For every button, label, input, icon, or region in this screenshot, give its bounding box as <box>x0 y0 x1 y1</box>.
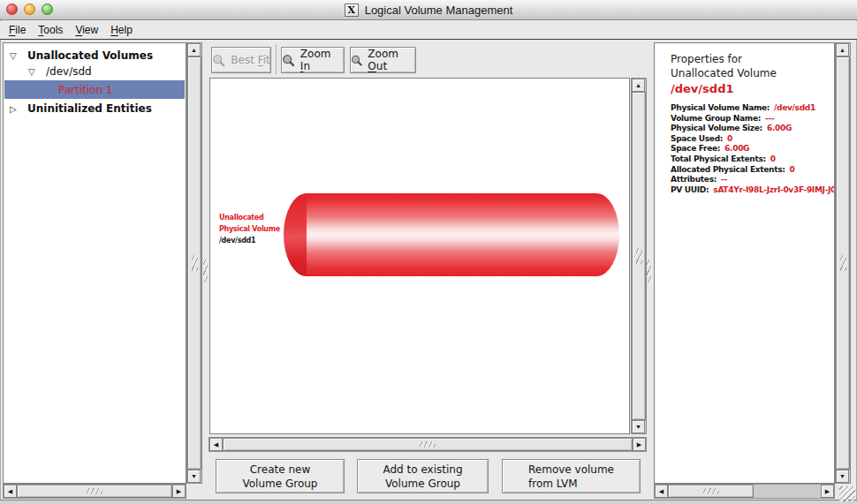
tree-item-partition-1[interactable]: Partition 1 <box>4 80 185 99</box>
property-value: 0 <box>790 165 795 174</box>
properties-horizontal-scrollbar[interactable]: ◀ ▶ <box>654 484 835 499</box>
property-row: Physical Volume Size:6.00G <box>671 124 834 134</box>
properties-device-name: /dev/sdd1 <box>671 80 834 98</box>
property-value: 6.00G <box>767 124 792 132</box>
canvas-vertical-scrollbar[interactable]: ▲ ▼ <box>631 78 647 434</box>
thumb-grip <box>192 255 198 271</box>
scroll-left-icon[interactable]: ◀ <box>209 438 223 451</box>
property-label: Total Physical Extents: <box>671 154 766 163</box>
menu-view[interactable]: View <box>69 22 104 38</box>
left-pane-splitter[interactable] <box>202 41 209 500</box>
scroll-right-icon[interactable]: ▶ <box>821 485 834 498</box>
scroll-up-icon[interactable]: ▲ <box>632 79 645 92</box>
lvm-window: X Logical Volume Management File Tools V… <box>0 0 857 504</box>
menu-help[interactable]: Help <box>104 22 139 38</box>
button-label-line2: from LVM <box>528 477 614 491</box>
button-label-line1: Add to existing <box>383 463 462 477</box>
magnifier-icon <box>351 54 362 67</box>
canvas-horizontal-scrollbar[interactable]: ◀ ▶ <box>209 437 647 452</box>
add-to-volume-group-button[interactable]: Add to existing Volume Group <box>357 459 489 493</box>
menu-tools[interactable]: Tools <box>32 22 69 38</box>
button-label: Zoom In <box>300 48 344 72</box>
right-pane-splitter[interactable] <box>646 41 653 500</box>
property-row: PV UUID:sAT4Yr-I98L-JzrI-0v3F-9IMJ-J09t-… <box>671 185 834 196</box>
property-row: Attributes:-- <box>671 175 834 185</box>
tree-item-uninitialized-entities[interactable]: ▷ Uninitialized Entities <box>4 101 185 117</box>
scroll-up-icon[interactable]: ▲ <box>836 43 849 56</box>
thumb-grip <box>703 488 719 494</box>
property-label: PV UUID: <box>671 185 709 194</box>
magnifier-icon <box>212 54 225 67</box>
property-row: Space Used:0 <box>671 134 834 145</box>
scroll-right-icon[interactable]: ▶ <box>172 485 186 498</box>
property-label: Allocated Physical Extents: <box>671 165 785 174</box>
zoom-in-button[interactable]: Zoom In <box>281 47 345 73</box>
tree-horizontal-scrollbar[interactable]: ◀ ▶ <box>3 484 186 499</box>
button-label-line1: Create new <box>243 463 318 477</box>
scrollbar-thumb[interactable] <box>668 485 754 498</box>
scroll-left-icon[interactable]: ◀ <box>655 485 668 498</box>
properties-vertical-scrollbar[interactable]: ▲ ▼ <box>835 42 851 484</box>
button-label-line1: Remove volume <box>528 463 614 477</box>
property-value: /dev/sdd1 <box>774 103 815 112</box>
x11-icon: X <box>345 4 359 17</box>
property-value: sAT4Yr-I98L-JzrI-0v3F-9IMJ-J09t-47S4 <box>713 185 835 194</box>
volume-annotation-device: /dev/sdd1 <box>219 235 280 246</box>
property-label: Volume Group Name: <box>671 114 761 123</box>
scrollbar-thumb[interactable] <box>836 56 850 470</box>
scrollbar-thumb[interactable] <box>187 56 201 470</box>
magnifier-icon <box>282 54 295 67</box>
properties-header-line1: Properties for <box>671 52 834 66</box>
tree-label: Unallocated Volumes <box>27 49 153 62</box>
zoom-out-button[interactable]: Zoom Out <box>350 47 416 73</box>
scrollbar-thumb[interactable] <box>632 92 646 420</box>
property-label: Space Free: <box>671 144 720 153</box>
menu-file[interactable]: File <box>3 22 32 38</box>
window-title: Logical Volume Management <box>365 4 513 17</box>
tree-label: Uninitialized Entities <box>27 102 152 115</box>
property-row: Physical Volume Name:/dev/sdd1 <box>671 103 834 114</box>
expander-open-icon[interactable]: ▽ <box>28 67 46 77</box>
window-bottom-edge <box>0 500 857 504</box>
splitter-grip <box>203 260 208 282</box>
scroll-down-icon[interactable]: ▼ <box>187 470 201 483</box>
scroll-down-icon[interactable]: ▼ <box>836 470 849 483</box>
create-volume-group-button[interactable]: Create new Volume Group <box>216 459 345 493</box>
thumb-grip <box>636 248 642 264</box>
property-value: 0 <box>727 134 732 143</box>
button-label-line2: Volume Group <box>243 477 318 491</box>
volume-annotation: Unallocated Physical Volume /dev/sdd1 <box>219 212 280 246</box>
scrollbar-thumb[interactable] <box>17 485 172 498</box>
expander-closed-icon[interactable]: ▷ <box>10 104 27 114</box>
property-value: --- <box>765 114 774 123</box>
resize-grip-icon[interactable] <box>839 486 855 501</box>
tree-label: /dev/sdd <box>46 65 92 78</box>
tree-item-unallocated-volumes[interactable]: ▽ Unallocated Volumes <box>4 48 185 64</box>
scroll-up-icon[interactable]: ▲ <box>187 43 201 56</box>
property-label: Physical Volume Name: <box>671 103 770 112</box>
volume-annotation-line1: Unallocated <box>219 212 280 223</box>
properties-list: Physical Volume Name:/dev/sdd1 Volume Gr… <box>671 103 834 195</box>
button-label: Best Fit <box>231 54 269 66</box>
property-value: 6.00G <box>724 144 749 153</box>
property-row: Volume Group Name:--- <box>671 114 834 124</box>
scrollbar-thumb[interactable] <box>223 438 633 451</box>
tree-label: Partition 1 <box>58 84 112 96</box>
button-label-line2: Volume Group <box>383 477 462 491</box>
expander-open-icon[interactable]: ▽ <box>10 51 27 61</box>
button-label: Zoom Out <box>368 48 415 72</box>
scroll-left-icon[interactable]: ◀ <box>4 485 17 498</box>
cylinder-body <box>307 193 619 276</box>
property-value: -- <box>721 175 727 184</box>
volume-canvas: Unallocated Physical Volume /dev/sdd1 <box>209 78 630 434</box>
best-fit-button[interactable]: Best Fit <box>211 47 271 73</box>
property-row: Allocated Physical Extents:0 <box>671 165 834 176</box>
scroll-down-icon[interactable]: ▼ <box>632 420 645 433</box>
thumb-grip <box>87 488 102 494</box>
tree-item-dev-sdd[interactable]: ▽ /dev/sdd <box>4 64 185 79</box>
thumb-grip <box>840 255 846 271</box>
remove-volume-button[interactable]: Remove volume from LVM <box>502 459 641 493</box>
tree-vertical-scrollbar[interactable]: ▲ ▼ <box>186 42 202 484</box>
scroll-right-icon[interactable]: ▶ <box>633 438 646 451</box>
volume-tree: ▽ Unallocated Volumes ▽ /dev/sdd Partiti… <box>3 42 186 484</box>
